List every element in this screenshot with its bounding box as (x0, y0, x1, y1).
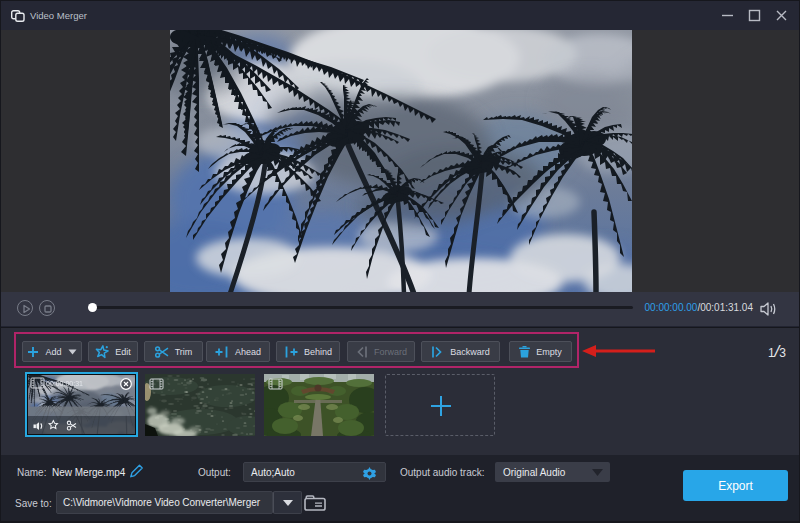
svg-text:00:00:00:31: 00:00:00:31 (46, 380, 83, 387)
